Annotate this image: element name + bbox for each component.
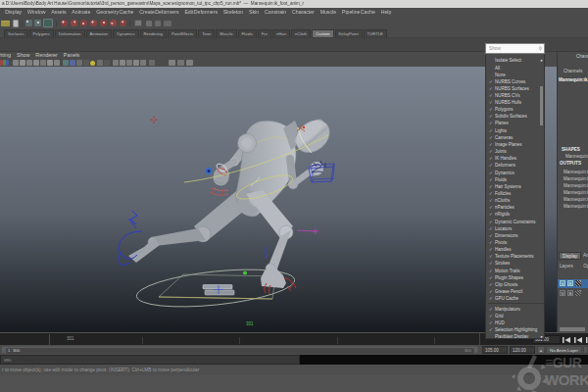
svg-text:WORK: WORK — [545, 371, 588, 388]
svg-text:301: 301 — [246, 321, 254, 326]
svg-text:≡GUR: ≡GUR — [545, 355, 582, 370]
